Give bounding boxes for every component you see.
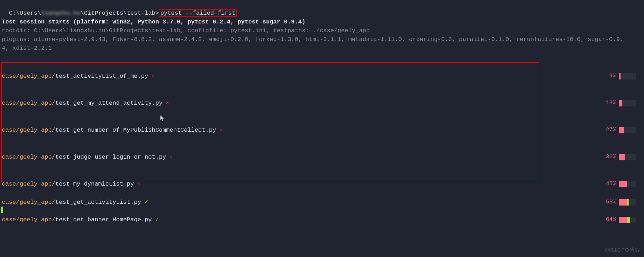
path-prefix: case/geely_app/ [2,199,55,206]
test-row: case/geely_app/test_get_activityList.py … [0,198,644,207]
progress-percent: 27% [606,126,616,134]
progress-bar-fail [619,127,624,133]
progress-bar [619,199,636,206]
progress-bar [619,181,636,187]
progress-bar-fail [619,181,627,187]
prompt-separator: > [155,10,159,16]
test-filename: test_get_my_attend_activity.py [55,100,162,106]
test-file-path: case/geely_app/test_activityList_of_me.p… [2,72,148,81]
prompt-path-user: liangshu.hu [41,10,80,16]
progress-bar-pass [627,199,629,206]
session-header: Test session starts (platform: win32, Py… [0,18,644,26]
test-row: case/geely_app/test_get_my_attend_activi… [0,99,644,107]
test-filename: test_get_activityList.py [55,199,141,206]
progress-percent: 36% [606,153,616,161]
pass-icon: ✓ [145,198,148,207]
test-filename: test_my_dynamicList.py [55,181,134,187]
progress-bar-fail [619,73,621,79]
test-filename: test_judge_user_login_or_not.py [55,154,166,160]
prompt-line: C:\Users\liangshu.hu\GitProjects\test-la… [0,0,644,18]
test-file-path: case/geely_app/test_judge_user_login_or_… [2,153,166,161]
test-row: case/geely_app/test_judge_user_login_or_… [0,153,644,161]
test-filename: test_get_banner_HomePage.py [55,216,152,223]
running-indicator [1,207,3,213]
progress-bar [619,73,636,79]
command-text[interactable]: pytest --failed-first [160,10,235,16]
watermark: @51CTO博客 [605,245,640,254]
progress-percent: 9% [609,72,616,81]
path-prefix: case/geely_app/ [2,73,55,79]
command-highlight-box: pytest --failed-first [159,9,237,17]
path-prefix: case/geely_app/ [2,154,55,160]
test-row: case/geely_app/test_activityList_of_me.p… [0,72,644,81]
plugins-line-1: plugins: allure-pytest-2.9.43, Faker-8.8… [0,35,644,44]
test-row: case/geely_app/test_get_number_of_MyPubl… [0,126,644,134]
progress-bar [619,154,636,160]
progress-bar-fail [619,154,625,160]
path-prefix: case/geely_app/ [2,127,55,133]
fail-icon: ✕ [166,98,169,107]
test-file-path: case/geely_app/test_get_activityList.py [2,198,141,207]
progress-bar-fail [619,100,622,106]
progress-bar-pass [627,217,630,223]
fail-icon: ✕ [137,179,140,188]
progress-percent: 18% [606,99,616,107]
progress-percent: 55% [606,198,616,207]
fail-icon: ✕ [169,152,172,161]
progress-percent: 45% [606,180,616,188]
progress-bar-fail [619,217,627,223]
fail-icon: ✕ [152,71,154,80]
path-prefix: case/geely_app/ [2,100,55,106]
test-file-path: case/geely_app/test_get_number_of_MyPubl… [2,126,216,134]
test-file-path: case/geely_app/test_get_my_attend_activi… [2,99,162,107]
prompt-path-suffix: \GitProjects\test-lab [80,10,155,16]
plugins-line-2: 4, xdist-2.2.1 [0,44,644,53]
pass-icon: ✓ [155,215,159,224]
progress-bar [619,217,636,223]
progress-percent: 64% [606,215,616,224]
test-file-path: case/geely_app/test_get_banner_HomePage.… [2,215,152,224]
path-prefix: case/geely_app/ [2,181,55,187]
test-row: case/geely_app/test_my_dynamicList.py ✕ … [0,180,644,188]
prompt-path-prefix: C:\Users\ [9,10,41,16]
rootdir-line: rootdir: C:\Users\liangshu.hu\GitProject… [0,26,644,35]
progress-bar-fail [619,199,627,206]
progress-bar [619,100,636,106]
fail-icon: ✕ [220,125,222,134]
test-file-path: case/geely_app/test_my_dynamicList.py [2,180,134,188]
path-prefix: case/geely_app/ [2,216,55,223]
test-filename: test_get_number_of_MyPublishCommentColle… [55,127,216,133]
progress-bar [619,127,636,133]
test-filename: test_activityList_of_me.py [55,73,148,79]
test-row: case/geely_app/test_get_banner_HomePage.… [0,215,644,224]
